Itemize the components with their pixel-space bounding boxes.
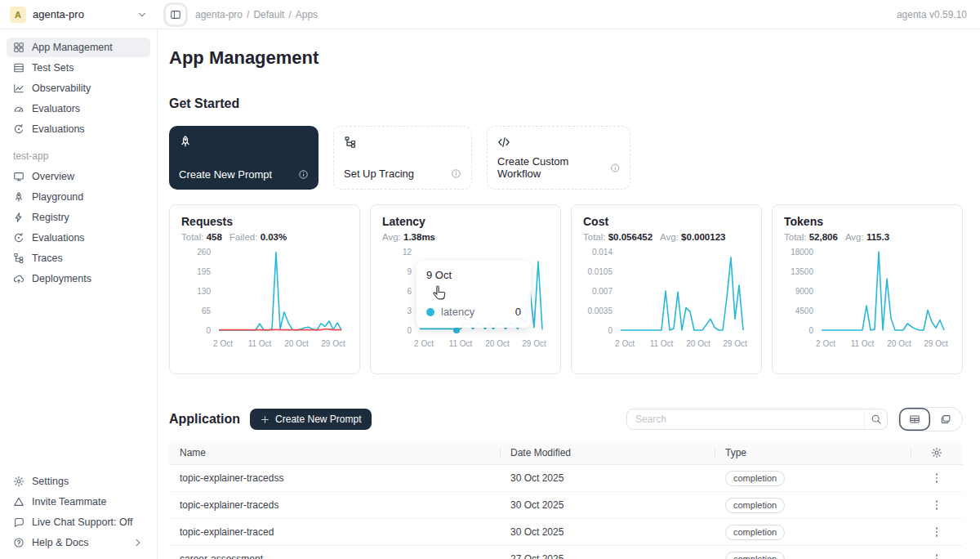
gauge-icon: [13, 103, 24, 114]
app-date: 30 Oct 2025: [500, 526, 715, 538]
app-name: career-assessment: [169, 553, 500, 559]
svg-text:18000: 18000: [791, 248, 813, 257]
svg-text:12: 12: [403, 248, 412, 257]
cloud-arrow-icon: [13, 273, 24, 284]
svg-text:11 Oct: 11 Oct: [248, 339, 272, 348]
sidebar-item-settings[interactable]: Settings: [7, 472, 150, 491]
top-bar: A agenta-pro agenta-pro / Default / Apps…: [0, 0, 980, 29]
type-badge: completion: [725, 471, 785, 486]
sidebar-item-traces[interactable]: Traces: [7, 248, 150, 268]
svg-text:13500: 13500: [791, 267, 813, 276]
breadcrumb-workspace[interactable]: agenta-pro: [195, 9, 243, 20]
sidebar-item-help-docs[interactable]: Help & Docs: [7, 533, 150, 552]
row-actions: [911, 551, 963, 559]
card-view-button[interactable]: [930, 408, 961, 431]
more-actions-button[interactable]: [933, 470, 942, 486]
info-icon[interactable]: [451, 168, 461, 179]
cost-chart-card: Cost Total: $0.056452Avg: $0.000123 00.0…: [571, 204, 762, 374]
type-badge: completion: [725, 498, 785, 513]
sidebar-item-playground[interactable]: Playground: [7, 187, 150, 207]
sidebar-item-observability[interactable]: Observability: [7, 78, 150, 98]
svg-text:2 Oct: 2 Oct: [213, 339, 233, 348]
svg-text:20 Oct: 20 Oct: [485, 339, 510, 348]
sidebar-item-deployments[interactable]: Deployments: [7, 269, 150, 288]
set-up-tracing-card[interactable]: Set Up Tracing: [333, 126, 472, 190]
chart-title: Latency: [382, 215, 549, 228]
search-box: [626, 409, 888, 430]
more-actions-button[interactable]: [933, 551, 942, 559]
table-row[interactable]: topic-explainer-traced 30 Oct 2025 compl…: [169, 519, 963, 546]
info-icon[interactable]: [610, 163, 620, 173]
sidebar-item-app-management[interactable]: App Management: [7, 38, 150, 57]
plus-icon: [261, 415, 270, 424]
breadcrumb-project[interactable]: Default: [253, 9, 284, 20]
workspace-selector[interactable]: A agenta-pro: [0, 7, 158, 23]
info-icon[interactable]: [298, 169, 309, 180]
sidebar-item-evaluations[interactable]: Evaluations: [7, 119, 150, 139]
sidebar-item-live-chat[interactable]: Live Chat Support: Off: [7, 512, 150, 532]
sidebar-item-invite-teammate[interactable]: Invite Teammate: [7, 492, 150, 512]
column-header-name[interactable]: Name: [169, 441, 500, 464]
create-custom-workflow-card[interactable]: Create Custom Workflow: [487, 126, 630, 190]
create-new-prompt-card[interactable]: Create New Prompt: [169, 126, 318, 190]
gear-icon: [13, 476, 24, 487]
tree-structure-icon: [344, 136, 357, 149]
search-icon: [871, 414, 882, 425]
sidebar-item-registry[interactable]: Registry: [7, 208, 150, 227]
app-type: completion: [715, 471, 911, 486]
more-actions-button[interactable]: [933, 497, 942, 513]
sidebar-item-test-sets[interactable]: Test Sets: [7, 58, 150, 78]
card-label: Set Up Tracing: [344, 168, 414, 180]
card-label: Create New Prompt: [179, 168, 272, 181]
view-toggle: [898, 407, 963, 432]
sidebar-item-app-evaluations[interactable]: Evaluations: [7, 228, 150, 248]
sidebar-toggle-button[interactable]: [166, 5, 185, 25]
app-date: 30 Oct 2025: [500, 472, 715, 484]
table-row[interactable]: topic-explainer-traceds 30 Oct 2025 comp…: [169, 492, 963, 519]
column-header-date-modified[interactable]: Date Modified: [500, 441, 715, 464]
chart-stats: Total: 52,806Avg: 115.3: [784, 232, 951, 242]
breadcrumb-page[interactable]: Apps: [296, 9, 318, 20]
column-header-type[interactable]: Type: [715, 441, 911, 464]
more-actions-button[interactable]: [933, 524, 942, 540]
search-input[interactable]: [627, 414, 864, 425]
workspace-avatar: A: [10, 7, 26, 23]
svg-text:0: 0: [808, 326, 813, 335]
get-started-heading: Get Started: [169, 96, 963, 111]
svg-text:0: 0: [608, 326, 612, 335]
app-type: completion: [715, 525, 911, 540]
sidebar-item-overview[interactable]: Overview: [7, 167, 150, 186]
table-view-icon: [909, 414, 920, 425]
table-row[interactable]: topic-explainer-tracedss 30 Oct 2025 com…: [169, 465, 963, 492]
cost-chart[interactable]: 00.00350.0070.01050.0142 Oct11 Oct20 Oct…: [583, 245, 750, 358]
column-settings[interactable]: [911, 441, 963, 464]
svg-text:20 Oct: 20 Oct: [887, 339, 911, 348]
svg-text:2 Oct: 2 Oct: [615, 339, 635, 348]
chat-bubble-icon: [13, 517, 24, 528]
requests-chart[interactable]: 0651301952602 Oct11 Oct20 Oct29 Oct: [181, 245, 348, 358]
svg-text:0.014: 0.014: [592, 248, 612, 257]
tokens-chart[interactable]: 04500900013500180002 Oct11 Oct20 Oct29 O…: [784, 245, 951, 358]
card-view-icon: [940, 414, 951, 425]
svg-text:65: 65: [202, 306, 212, 315]
svg-text:29 Oct: 29 Oct: [522, 339, 546, 348]
table-icon: [13, 62, 24, 74]
app-name: topic-explainer-traceds: [169, 499, 500, 511]
svg-text:11 Oct: 11 Oct: [650, 339, 674, 348]
table-view-button[interactable]: [899, 408, 930, 431]
series-dot: [426, 308, 434, 316]
invite-teammate-icon: [13, 496, 24, 508]
svg-text:2 Oct: 2 Oct: [414, 339, 434, 348]
create-new-prompt-button[interactable]: Create New Prompt: [250, 409, 372, 430]
chart-stats: Total: $0.056452Avg: $0.000123: [583, 232, 750, 242]
table-row[interactable]: career-assessment 27 Oct 2025 completion: [169, 546, 963, 559]
svg-text:0.0035: 0.0035: [587, 306, 612, 315]
svg-text:11 Oct: 11 Oct: [851, 339, 875, 348]
search-button[interactable]: [864, 409, 887, 429]
svg-text:0: 0: [206, 326, 211, 335]
sidebar-item-evaluators[interactable]: Evaluators: [7, 99, 150, 119]
svg-text:20 Oct: 20 Oct: [284, 339, 309, 348]
chart-stats: Total: 458Failed: 0.03%: [181, 232, 348, 242]
workspace-name: agenta-pro: [33, 8, 130, 20]
rocket-icon: [179, 135, 192, 148]
